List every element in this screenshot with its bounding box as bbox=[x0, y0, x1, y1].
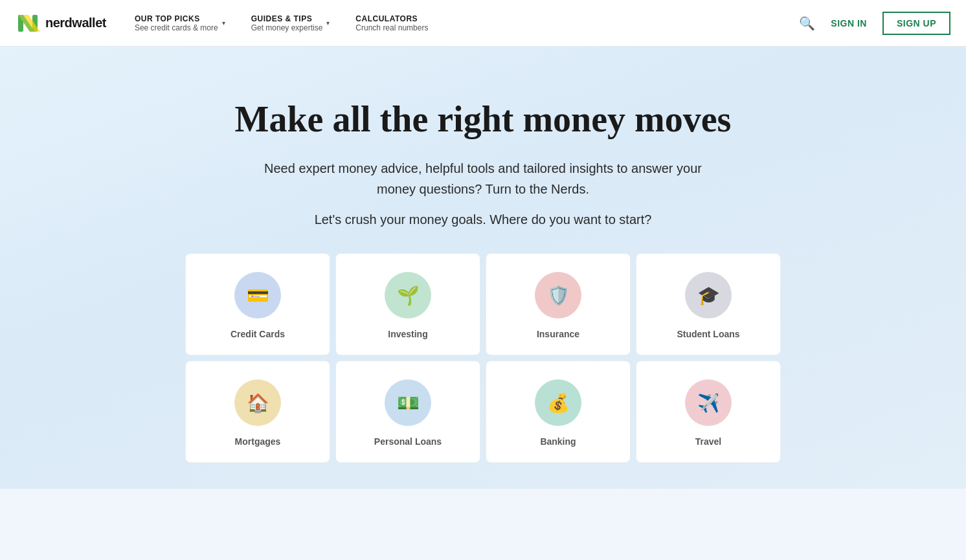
category-cards-grid: 💳 Credit Cards 🌱 Investing 🛡️ Insurance … bbox=[172, 253, 794, 463]
insurance-icon-circle: 🛡️ bbox=[535, 272, 581, 319]
card-travel[interactable]: ✈️ Travel bbox=[636, 361, 781, 463]
nav-guides-tips-title: GUIDES & TIPS bbox=[251, 14, 323, 23]
nerdwallet-logo-icon bbox=[16, 11, 40, 36]
student-loans-icon-circle: 🎓 bbox=[685, 272, 732, 319]
credit-cards-icon-circle: 💳 bbox=[234, 272, 281, 319]
banking-icon: 💰 bbox=[547, 392, 570, 414]
card-student-loans[interactable]: 🎓 Student Loans bbox=[636, 253, 781, 355]
card-banking[interactable]: 💰 Banking bbox=[486, 361, 631, 463]
card-insurance[interactable]: 🛡️ Insurance bbox=[486, 253, 631, 355]
nav-guides-tips-chevron: ▾ bbox=[326, 19, 330, 27]
credit-cards-icon: 💳 bbox=[247, 285, 269, 306]
nav-guides-tips[interactable]: GUIDES & TIPS Get money expertise ▾ bbox=[238, 0, 343, 47]
nav-guides-tips-sub: Get money expertise bbox=[251, 23, 323, 32]
logo-text: nerdwallet bbox=[45, 16, 106, 30]
card-investing[interactable]: 🌱 Investing bbox=[335, 253, 480, 355]
nav-top-picks-text: OUR TOP PICKS See credit cards & more bbox=[135, 14, 218, 32]
signin-label: SIGN IN bbox=[831, 18, 867, 28]
student-loans-icon: 🎓 bbox=[697, 285, 720, 306]
student-loans-label: Student Loans bbox=[677, 329, 739, 339]
card-credit-cards[interactable]: 💳 Credit Cards bbox=[185, 253, 330, 355]
search-button[interactable]: 🔍 bbox=[794, 10, 820, 36]
mortgages-icon-circle: 🏠 bbox=[234, 379, 281, 426]
card-personal-loans[interactable]: 💵 Personal Loans bbox=[335, 361, 480, 463]
signup-button[interactable]: SIGN UP bbox=[882, 12, 950, 35]
personal-loans-icon-circle: 💵 bbox=[385, 379, 431, 426]
hero-description: Need expert money advice, helpful tools … bbox=[256, 158, 710, 199]
nav-guides-tips-text: GUIDES & TIPS Get money expertise bbox=[251, 14, 323, 32]
mortgages-label: Mortgages bbox=[235, 436, 281, 447]
logo-link[interactable]: nerdwallet bbox=[16, 11, 106, 36]
nav-top-picks-chevron: ▾ bbox=[222, 19, 225, 27]
insurance-icon: 🛡️ bbox=[547, 285, 570, 306]
hero-heading: Make all the right money moves bbox=[224, 98, 742, 140]
insurance-label: Insurance bbox=[537, 329, 579, 339]
travel-icon: ✈️ bbox=[697, 392, 720, 414]
nav-calculators-sub: Crunch real numbers bbox=[355, 23, 428, 32]
nav-calculators-text: CALCULATORS Crunch real numbers bbox=[355, 14, 428, 32]
personal-loans-icon: 💵 bbox=[397, 392, 420, 414]
card-mortgages[interactable]: 🏠 Mortgages bbox=[185, 361, 330, 463]
nav-top-picks[interactable]: OUR TOP PICKS See credit cards & more ▾ bbox=[122, 0, 238, 47]
hero-section: Make all the right money moves Need expe… bbox=[0, 47, 966, 489]
investing-icon-circle: 🌱 bbox=[385, 272, 431, 319]
personal-loans-label: Personal Loans bbox=[374, 436, 442, 447]
signin-button[interactable]: SIGN IN bbox=[820, 13, 877, 34]
search-icon: 🔍 bbox=[799, 16, 815, 30]
investing-label: Investing bbox=[388, 329, 427, 339]
nav-top-picks-sub: See credit cards & more bbox=[135, 23, 218, 32]
signup-label: SIGN UP bbox=[897, 18, 936, 28]
banking-label: Banking bbox=[540, 436, 576, 447]
travel-icon-circle: ✈️ bbox=[685, 379, 732, 426]
travel-label: Travel bbox=[695, 436, 721, 447]
nav-calculators-title: CALCULATORS bbox=[355, 14, 428, 23]
nav-calculators[interactable]: CALCULATORS Crunch real numbers bbox=[343, 0, 441, 47]
navbar: nerdwallet OUR TOP PICKS See credit card… bbox=[0, 0, 966, 47]
credit-cards-label: Credit Cards bbox=[230, 329, 285, 339]
hero-cta: Let's crush your money goals. Where do y… bbox=[13, 212, 953, 227]
mortgages-icon: 🏠 bbox=[247, 392, 269, 414]
investing-icon: 🌱 bbox=[397, 285, 420, 306]
banking-icon-circle: 💰 bbox=[535, 379, 581, 426]
nav-top-picks-title: OUR TOP PICKS bbox=[135, 14, 218, 23]
